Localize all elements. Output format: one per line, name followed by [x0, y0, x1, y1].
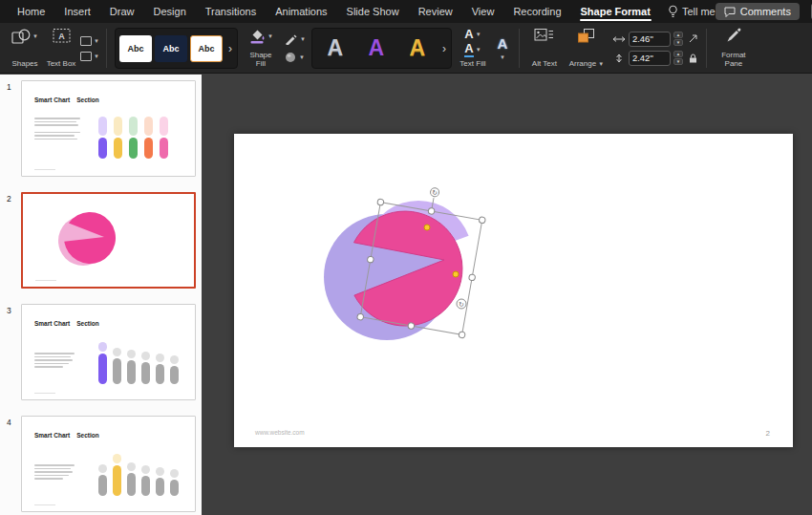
thumb-title: Smart Chart Section	[34, 320, 99, 327]
arrange-button[interactable]: Arrange ▼	[565, 26, 609, 71]
tell-me-label: Tell me	[682, 6, 716, 17]
resize-handle-top[interactable]	[428, 207, 435, 214]
text-effects-button[interactable]: A ▼	[491, 26, 514, 71]
text-fill-button[interactable]: A ▼ A ▼ Text Fill	[455, 26, 491, 71]
lock-aspect-icon[interactable]	[689, 54, 697, 63]
step-down-icon[interactable]: ▼	[673, 58, 683, 65]
slide-3-number: 3	[7, 306, 11, 315]
menu-tab-view[interactable]: View	[462, 0, 504, 23]
resize-handle-top-right[interactable]	[479, 217, 485, 224]
menu-tab-home[interactable]: Home	[8, 0, 54, 23]
bar-top-segment	[127, 462, 136, 471]
shape-style-preset-3[interactable]: Abc	[190, 35, 223, 62]
bar-top-segment	[98, 117, 107, 136]
picture-option-button[interactable]: ▼	[80, 36, 99, 46]
bar-top-segment	[113, 348, 121, 356]
arrange-label: Arrange	[569, 59, 596, 69]
slide-2-thumbnail-selected[interactable]	[21, 192, 196, 289]
resize-handle-bottom-left[interactable]	[357, 313, 364, 320]
width-stepper[interactable]: ▲▼	[673, 32, 683, 46]
bar-bottom-segment	[113, 465, 121, 496]
shape-effects-button[interactable]: ▼	[284, 52, 306, 63]
thumb-title-left: Smart Chart	[34, 97, 70, 103]
shape-style-preset-2[interactable]: Abc	[155, 35, 187, 62]
bar-top-segment	[98, 342, 107, 352]
thumb-title-right: Section	[76, 432, 98, 439]
resize-handle-bottom-right[interactable]	[459, 332, 465, 338]
shape-height-input[interactable]	[629, 51, 671, 66]
chart-bar-column	[114, 117, 122, 159]
text-box-button[interactable]: A Text Box	[44, 26, 78, 71]
text-placeholder-block	[34, 353, 75, 368]
alt-text-button[interactable]: Alt Text	[524, 26, 565, 71]
chart-bar-column	[144, 117, 153, 159]
tell-me[interactable]: Tell me	[668, 5, 716, 18]
slide-1-thumbnail[interactable]: Smart Chart Section	[21, 80, 196, 177]
wordart-preset-1[interactable]: A	[316, 37, 354, 59]
chart-bar-column	[170, 355, 179, 384]
svg-text:A: A	[58, 32, 65, 41]
chevron-down-icon: ▼	[32, 33, 38, 39]
adjust-handle-right[interactable]	[453, 271, 459, 277]
pen-icon	[284, 33, 298, 45]
text-box-label: Text Box	[47, 59, 76, 69]
chevron-down-icon: ▼	[300, 36, 306, 42]
step-down-icon[interactable]: ▼	[673, 39, 683, 46]
menu-tab-shape-format[interactable]: Shape Format	[571, 0, 660, 23]
shapes-button[interactable]: ▼ Shapes	[6, 26, 44, 71]
resize-handle-left[interactable]	[367, 256, 374, 263]
thumbnail-pie-chart	[23, 194, 194, 287]
thumb-title: Smart Chart Section	[34, 97, 99, 103]
bar-top-segment	[160, 117, 168, 136]
bar-top-segment	[127, 350, 136, 358]
format-pane-button[interactable]: Format Pane	[712, 26, 756, 71]
shapes-label: Shapes	[11, 59, 37, 69]
resize-handle-bottom[interactable]	[408, 322, 415, 329]
thumb-title-left: Smart Chart	[34, 320, 70, 327]
wordart-preset-2[interactable]: A	[357, 37, 395, 59]
bar-bottom-segment	[141, 362, 150, 384]
menu-tab-draw[interactable]: Draw	[100, 0, 144, 23]
bar-bottom-segment	[144, 138, 153, 159]
slide-1-row: 1 Smart Chart Section	[0, 80, 202, 177]
slide-4-thumbnail[interactable]: Smart Chart Section	[21, 416, 196, 512]
thumb-title-right: Section	[76, 320, 98, 327]
bar-bottom-segment	[113, 358, 121, 384]
comments-button[interactable]: Comments	[716, 3, 800, 20]
menu-tab-slide-show[interactable]: Slide Show	[337, 0, 409, 23]
bar-bottom-segment	[170, 480, 179, 496]
resize-handle-top-left[interactable]	[377, 199, 384, 205]
menu-tab-recording[interactable]: Recording	[503, 0, 570, 23]
adjust-handle-top[interactable]	[424, 225, 430, 230]
text-outline-icon: A	[464, 42, 473, 57]
resize-handle-right[interactable]	[468, 274, 475, 281]
gallery-expand-icon[interactable]: ›	[225, 42, 235, 55]
chevron-down-icon: ▼	[598, 61, 604, 67]
step-up-icon[interactable]: ▲	[673, 51, 683, 57]
gallery-expand-icon[interactable]: ›	[439, 42, 449, 55]
menu-tab-animations[interactable]: Animations	[266, 0, 336, 23]
bar-bottom-segment	[127, 360, 136, 384]
slide-editor[interactable]: ↻ ↻ www.website.com 2	[234, 134, 793, 447]
shape-width-input[interactable]	[629, 32, 671, 47]
thumb-footer-line	[35, 280, 56, 282]
bar-top-segment	[156, 354, 164, 362]
shape-outline-button[interactable]: ▼	[284, 33, 306, 45]
wordart-preset-3[interactable]: A	[398, 37, 437, 59]
lightbulb-icon	[668, 5, 678, 18]
shape-style-preset-1[interactable]: Abc	[119, 35, 152, 62]
shape-fill-button[interactable]: ▼ Shape Fill	[241, 26, 281, 71]
height-stepper[interactable]: ▲▼	[673, 51, 683, 65]
menu-tab-review[interactable]: Review	[409, 0, 462, 23]
slide-3-thumbnail[interactable]: Smart Chart Section	[21, 304, 196, 400]
menu-tab-design[interactable]: Design	[144, 0, 196, 23]
step-up-icon[interactable]: ▲	[673, 32, 683, 38]
bar-bottom-segment	[98, 354, 107, 384]
menu-tab-insert[interactable]: Insert	[54, 0, 100, 23]
arrange-icon	[577, 28, 595, 44]
chart-bar-column	[160, 117, 168, 159]
menu-tab-transitions[interactable]: Transitions	[196, 0, 266, 23]
draw-option-button[interactable]: ▼	[80, 52, 99, 61]
text-outline-button[interactable]: A ▼	[464, 42, 481, 57]
format-pane-icon	[725, 28, 741, 44]
